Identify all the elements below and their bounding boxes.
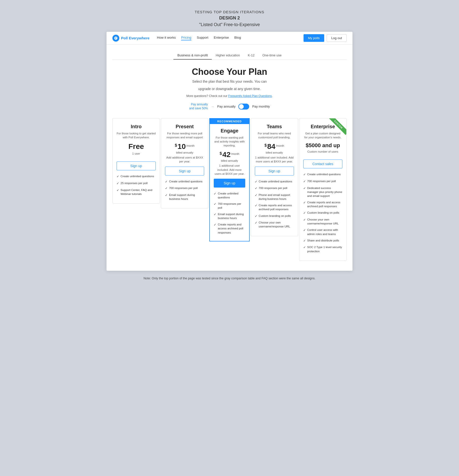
feature-item: ✓Create reports and access archived poll… bbox=[255, 203, 294, 211]
plan-teams: Teams For small teams who need customize… bbox=[251, 118, 298, 236]
feature-item: ✓Create unlimited questions bbox=[165, 179, 204, 184]
plan-engage: RECOMMENDED Engage For those wanting pol… bbox=[209, 118, 249, 241]
toggle-switch[interactable] bbox=[238, 104, 249, 110]
recommended-badge: RECOMMENDED bbox=[210, 119, 249, 124]
feature-text: Custom branding on polls bbox=[307, 211, 339, 215]
save-line2: and save 50% bbox=[189, 107, 208, 110]
feature-item: ✓700 responses per poll bbox=[303, 179, 342, 184]
toggle-row: Pay annually and save 50% → Pay annually… bbox=[112, 103, 347, 110]
enterprise-price: $5000 and up bbox=[303, 142, 342, 149]
check-icon: ✓ bbox=[303, 186, 306, 190]
tab-higher-ed[interactable]: Higher education bbox=[212, 51, 244, 60]
my-polls-button[interactable]: My polls bbox=[304, 34, 324, 42]
present-signup-button[interactable]: Sign up bbox=[165, 167, 204, 175]
plan-present-price-row: $ 10 /month bbox=[165, 142, 204, 151]
feature-item: ✓Custom branding on polls bbox=[303, 211, 342, 215]
check-icon: ✓ bbox=[117, 175, 119, 179]
plan-enterprise: CUSTOM Enterprise Get a plan custom desi… bbox=[299, 118, 347, 261]
check-icon: ✓ bbox=[255, 221, 257, 225]
plan-enterprise-user: Custom number of users bbox=[303, 150, 342, 157]
nav-actions: My polls Log out bbox=[304, 34, 347, 42]
plan-intro: Intro For those looking to get started w… bbox=[112, 118, 160, 204]
feature-item: ✓Dedicated success manager plus priority… bbox=[303, 186, 342, 198]
testing-label: TESTING TOP DESIGN ITERATIONS bbox=[15, 10, 444, 14]
feature-item: ✓Create unlimited questions bbox=[255, 179, 294, 184]
feature-item: ✓Phone and email support during business… bbox=[255, 193, 294, 201]
save-line1: Pay annually bbox=[191, 103, 208, 106]
feature-text: 25 responses per poll bbox=[121, 181, 148, 185]
nav-support[interactable]: Support bbox=[197, 36, 208, 40]
check-icon: ✓ bbox=[165, 193, 168, 197]
pay-annually-label: Pay annually bbox=[217, 105, 235, 108]
feature-text: 700 responses per poll bbox=[169, 186, 198, 190]
plan-engage-price-row: $ 42 /month bbox=[214, 150, 245, 159]
price-amount: 42 bbox=[222, 150, 230, 159]
tab-k12[interactable]: K-12 bbox=[244, 51, 258, 60]
plan-teams-price-row: $ 84 /month bbox=[255, 142, 294, 151]
feature-text: Create unlimited questions bbox=[307, 172, 341, 176]
feature-item: ✓Email support during business hours bbox=[214, 212, 245, 220]
feature-text: Choose your own username/response URL bbox=[259, 221, 294, 228]
price-amount: 10 bbox=[178, 142, 186, 151]
teams-features: ✓Create unlimited questions ✓700 respons… bbox=[255, 179, 294, 229]
enterprise-features: ✓Create unlimited questions ✓700 respons… bbox=[303, 172, 342, 253]
feature-text: Create unlimited questions bbox=[121, 174, 154, 178]
feature-item: ✓Create reports and access archived poll… bbox=[214, 222, 245, 234]
plan-subtitle2: upgrade or downgrade at any given time. bbox=[112, 87, 347, 91]
dollar-sign: $ bbox=[220, 151, 222, 156]
check-icon: ✓ bbox=[214, 223, 216, 227]
plan-teams-name: Teams bbox=[255, 124, 294, 129]
price-billed: billed annually bbox=[214, 159, 245, 162]
pay-monthly-label: Pay monthly bbox=[252, 105, 270, 108]
feature-text: 700 responses per poll bbox=[259, 186, 287, 190]
feature-item: ✓Email support during business hours bbox=[165, 193, 204, 201]
check-icon: ✓ bbox=[303, 218, 306, 222]
svg-point-0 bbox=[114, 36, 118, 40]
engage-signup-button[interactable]: Sign up bbox=[214, 179, 245, 188]
nav-enterprise[interactable]: Enterprise bbox=[214, 36, 229, 40]
feature-text: Create reports and access archived poll … bbox=[307, 200, 342, 208]
check-icon: ✓ bbox=[255, 186, 257, 190]
subtitle-label: "Listed Out" Free-to-Expensive bbox=[15, 22, 444, 27]
feature-text: Create unlimited questions bbox=[218, 191, 245, 199]
feature-text: SOC 2 Type 1 level security protection bbox=[307, 245, 342, 253]
logo-icon bbox=[112, 35, 119, 42]
check-icon: ✓ bbox=[255, 214, 257, 218]
feature-item: ✓Create unlimited questions bbox=[214, 191, 245, 199]
dollar-sign: $ bbox=[175, 143, 177, 148]
feature-item: ✓Support Center, FAQ and Webinar tutoria… bbox=[117, 188, 156, 196]
teams-signup-button[interactable]: Sign up bbox=[255, 167, 294, 175]
nav-blog[interactable]: Blog bbox=[234, 36, 241, 40]
feature-item: ✓Control user access with admin roles an… bbox=[303, 228, 342, 236]
feature-item: ✓Create reports and access archived poll… bbox=[303, 200, 342, 208]
check-icon: ✓ bbox=[214, 212, 216, 217]
tab-business[interactable]: Business & non-profit bbox=[173, 51, 212, 60]
plan-intro-desc: For those looking to get started with Po… bbox=[117, 131, 156, 139]
intro-signup-button[interactable]: Sign up bbox=[117, 161, 156, 170]
feature-text: Email support during business hours bbox=[169, 193, 204, 201]
nav-how-it-works[interactable]: How it works bbox=[157, 36, 176, 40]
feature-item: ✓Choose your own username/response URL bbox=[303, 218, 342, 225]
price-period: /month bbox=[186, 144, 195, 147]
feature-text: Create unlimited questions bbox=[169, 179, 202, 183]
check-icon: ✓ bbox=[117, 181, 119, 186]
check-icon: ✓ bbox=[303, 239, 306, 243]
feature-text: Create reports and access archived poll … bbox=[259, 203, 294, 211]
browser-window: Poll Everywhere How it works Pricing Sup… bbox=[107, 32, 352, 271]
nav-pricing[interactable]: Pricing bbox=[181, 36, 191, 40]
nav-logo[interactable]: Poll Everywhere bbox=[112, 35, 150, 42]
check-icon: ✓ bbox=[165, 186, 168, 190]
plan-engage-user: 1 additional user included. Add more use… bbox=[214, 164, 245, 175]
check-icon: ✓ bbox=[214, 192, 216, 196]
feature-item: ✓Choose your own username/response URL bbox=[255, 221, 294, 228]
logout-button[interactable]: Log out bbox=[327, 34, 347, 42]
plan-teams-desc: For small teams who need customized poll… bbox=[255, 131, 294, 139]
enterprise-contact-button[interactable]: Contact sales bbox=[303, 159, 342, 168]
faq-link[interactable]: Frequently Asked Plan Questions bbox=[228, 94, 272, 98]
check-icon: ✓ bbox=[303, 179, 306, 184]
save-label: Pay annually and save 50% bbox=[189, 103, 208, 110]
tab-one-time[interactable]: One-time use bbox=[259, 51, 286, 60]
check-icon: ✓ bbox=[303, 245, 306, 250]
feature-text: 700 responses per poll bbox=[218, 202, 245, 210]
plan-engage-desc: For those wanting poll and activity insi… bbox=[214, 136, 245, 147]
